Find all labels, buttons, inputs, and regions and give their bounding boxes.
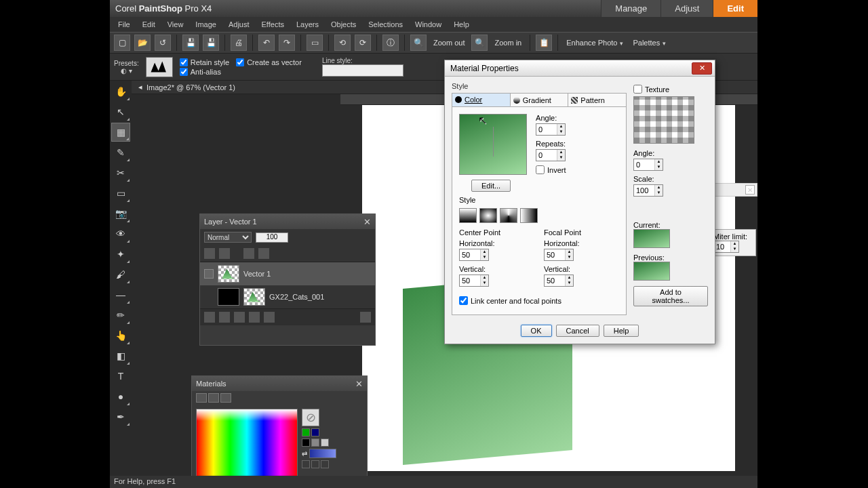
gradient-style-radial[interactable]: [520, 208, 538, 223]
center-v-spinbox[interactable]: ▲▼: [459, 274, 489, 287]
lighten-tool-icon[interactable]: ✏: [111, 306, 130, 325]
workspace-tab-edit[interactable]: Edit: [713, 0, 757, 17]
menu-window[interactable]: Window: [410, 19, 447, 30]
create-vector-checkbox[interactable]: [236, 58, 244, 66]
gradient-style-sunburst[interactable]: [500, 208, 517, 223]
preset-thumb[interactable]: [146, 57, 173, 77]
line-style-dropdown[interactable]: [322, 64, 403, 77]
layer-link-icon[interactable]: [243, 248, 254, 259]
texture-checkbox[interactable]: [633, 85, 642, 94]
eraser-tool-icon[interactable]: ◧: [111, 346, 130, 365]
close-icon[interactable]: ✕: [355, 379, 363, 389]
paintbrush-tool-icon[interactable]: 🖌: [111, 265, 130, 284]
background-swatch[interactable]: [309, 449, 336, 458]
redeye-tool-icon[interactable]: 👁: [111, 224, 130, 243]
mode-icon[interactable]: [321, 439, 329, 447]
close-icon[interactable]: ✕: [745, 185, 755, 195]
foreground-swatch[interactable]: ⊘: [302, 409, 319, 426]
info-icon[interactable]: ⓘ: [382, 35, 399, 51]
antialias-checkbox[interactable]: [180, 68, 188, 76]
text-tool-icon[interactable]: T: [111, 367, 130, 386]
layer-item-cats[interactable]: GX22_Cats_001: [200, 285, 375, 308]
help-button[interactable]: Help: [604, 325, 639, 337]
bg-icon[interactable]: [321, 460, 329, 468]
new-mask-icon[interactable]: [219, 312, 230, 323]
paste-icon[interactable]: 📋: [536, 35, 552, 51]
menu-file[interactable]: File: [113, 19, 136, 30]
invert-checkbox[interactable]: [536, 165, 545, 174]
menu-objects[interactable]: Objects: [326, 19, 361, 30]
layer-lock-icon[interactable]: [258, 248, 269, 259]
save-icon[interactable]: 💾: [182, 35, 199, 51]
angle-spinbox[interactable]: ▲▼: [536, 123, 566, 136]
new-icon[interactable]: ▢: [114, 35, 130, 51]
zoom-in-label[interactable]: Zoom in: [492, 39, 524, 47]
retain-style-checkbox[interactable]: [180, 58, 188, 66]
dropper-tool-icon[interactable]: ✎: [111, 143, 130, 162]
tab-gradient[interactable]: Gradient: [511, 94, 569, 106]
focal-v-spinbox[interactable]: ▲▼: [544, 274, 574, 287]
rotate-left-icon[interactable]: ⟲: [334, 35, 351, 51]
perspective-tool-icon[interactable]: 📷: [111, 204, 130, 223]
pen-tool-icon[interactable]: ✒: [111, 407, 130, 426]
materials-tab-frame[interactable]: [208, 393, 219, 403]
blend-mode-select[interactable]: Normal: [204, 232, 252, 243]
saveas-icon[interactable]: 💾: [203, 35, 219, 51]
layer-item-vector1[interactable]: Vector 1: [200, 262, 375, 285]
zoom-out-icon[interactable]: 🔍: [410, 35, 427, 51]
menu-image[interactable]: Image: [190, 19, 222, 30]
workspace-tab-manage[interactable]: Manage: [601, 0, 660, 17]
zoom-out-label[interactable]: Zoom out: [431, 39, 467, 47]
repeats-spinbox[interactable]: ▲▼: [536, 149, 566, 161]
tab-color[interactable]: Color: [452, 94, 511, 106]
texture-scale-spinbox[interactable]: ▲▼: [633, 184, 663, 197]
layer-mask-icon[interactable]: [219, 248, 230, 259]
palettes-dropdown[interactable]: Palettes: [630, 39, 669, 47]
smudge-tool-icon[interactable]: 👆: [111, 326, 130, 345]
gradient-preview[interactable]: [459, 114, 527, 175]
bg-icon[interactable]: [302, 460, 310, 468]
redo-icon[interactable]: ↷: [279, 35, 295, 51]
delete-layer-icon[interactable]: [264, 312, 275, 323]
new-layer-icon[interactable]: [204, 312, 215, 323]
layer-edit-icon[interactable]: [204, 248, 215, 259]
zoom-in-icon[interactable]: 🔍: [471, 35, 488, 51]
enhance-dropdown[interactable]: Enhance Photo: [564, 39, 626, 47]
color-spectrum[interactable]: [196, 409, 298, 476]
merge-icon[interactable]: [249, 312, 260, 323]
materials-tab-swatches[interactable]: [220, 393, 231, 403]
menu-layers[interactable]: Layers: [291, 19, 324, 30]
edit-gradient-button[interactable]: Edit...: [471, 180, 511, 192]
ok-button[interactable]: OK: [521, 325, 552, 337]
center-h-spinbox[interactable]: ▲▼: [459, 249, 489, 261]
mode-icon[interactable]: [302, 439, 310, 447]
mode-icon[interactable]: [311, 439, 319, 447]
undo-icon[interactable]: ↶: [258, 35, 275, 51]
menu-view[interactable]: View: [162, 19, 189, 30]
fg-solid-icon[interactable]: [302, 428, 310, 436]
menu-adjust[interactable]: Adjust: [223, 19, 255, 30]
gradient-style-rectangular[interactable]: [479, 208, 497, 223]
revert-icon[interactable]: ↺: [155, 35, 171, 51]
resize-icon[interactable]: ▭: [307, 35, 323, 51]
open-icon[interactable]: 📂: [134, 35, 151, 51]
opacity-input[interactable]: 100: [256, 232, 288, 243]
crop-tool-icon[interactable]: ✂: [111, 163, 130, 182]
workspace-tab-adjust[interactable]: Adjust: [660, 0, 713, 17]
gradient-style-linear[interactable]: [459, 208, 477, 223]
straighten-tool-icon[interactable]: ▭: [111, 184, 130, 203]
tab-pattern[interactable]: Pattern: [568, 94, 626, 106]
dialog-close-button[interactable]: ✕: [692, 62, 712, 75]
visibility-icon[interactable]: [204, 269, 214, 279]
fg-grad-icon[interactable]: [311, 428, 319, 436]
miter-spinbox[interactable]: ▲▼: [713, 241, 739, 253]
menu-edit[interactable]: Edit: [137, 19, 161, 30]
texture-preview[interactable]: [633, 96, 694, 144]
link-points-checkbox[interactable]: [459, 296, 468, 305]
clone-tool-icon[interactable]: ✦: [111, 245, 130, 264]
focal-h-spinbox[interactable]: ▲▼: [544, 249, 574, 261]
materials-tab-rainbow[interactable]: [196, 393, 207, 403]
shape-tool-icon[interactable]: ●: [111, 387, 130, 406]
airbrush-tool-icon[interactable]: —: [111, 285, 130, 304]
add-to-swatches-button[interactable]: Add to swatches...: [633, 286, 708, 306]
